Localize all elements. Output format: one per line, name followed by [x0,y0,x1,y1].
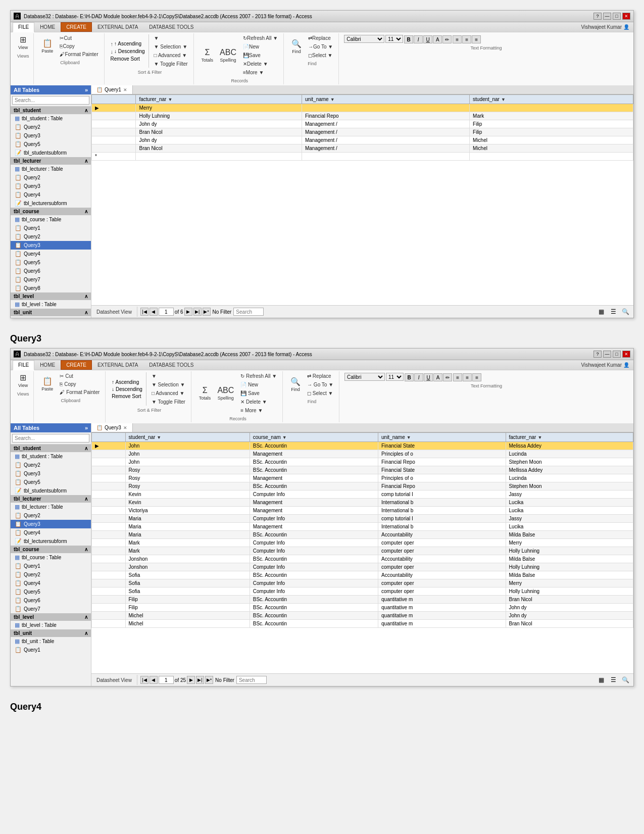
totals-btn[interactable]: Σ Totals [199,47,216,64]
table-row-q3-15[interactable]: Jonshon BSc. Accountin Accountability Mi… [92,555,633,563]
next-record-btn-2[interactable]: ▶ [187,676,195,684]
more-btn[interactable]: ≡ More ▼ [240,69,280,76]
prev-record-btn[interactable]: ◀ [150,308,158,316]
descending-btn-2[interactable]: ↓ Descending [111,386,143,393]
tab2-external[interactable]: EXTERNAL DATA [92,360,143,370]
first-record-btn-2[interactable]: |◀ [140,676,148,684]
query3-tab-close[interactable]: ✕ [123,425,127,430]
help-btn[interactable]: ? [593,13,602,20]
table-row-q3-7[interactable]: Kevin Computer Info comp tutorial I Jass… [92,490,633,499]
select-btn[interactable]: ◻ Select ▼ [306,52,335,59]
format-painter-btn-2[interactable]: 🖌 Format Painter [57,388,102,396]
minimize-btn-2[interactable]: — [603,351,611,358]
first-record-btn[interactable]: |◀ [140,308,148,316]
tab-create[interactable]: CREATE [61,22,92,32]
minimize-btn[interactable]: — [603,13,611,20]
table-row-q3-12[interactable]: Maria BSc. Accountin Accountability Mild… [92,531,633,539]
section-tbl-course-2[interactable]: tbl_course ∧ [11,546,91,553]
nav-chevron-2[interactable]: » [85,425,88,431]
table-row-q3-20[interactable]: Filip BSc. Accountin quantitative m Bran… [92,596,633,604]
align-right-btn-2[interactable]: ≡ [472,373,481,381]
nav-form-student[interactable]: 📝 tbl_studentsubform [11,149,91,157]
help-btn-2[interactable]: ? [593,351,602,358]
tab2-home[interactable]: HOME [34,360,61,370]
nav-query5-course[interactable]: 📋 Query5 [11,258,91,267]
section-tbl-lecturer-1[interactable]: tbl_lecturer ∧ [11,157,91,165]
prev-record-btn-2[interactable]: ◀ [150,676,158,684]
cut-btn-2[interactable]: ✂ Cut [57,372,102,380]
nav-query6-course[interactable]: 📋 Query6 [11,267,91,275]
col-header-unit-2[interactable]: unit_name▼ [378,433,506,442]
tab2-file[interactable]: FILE [13,360,34,370]
maximize-btn[interactable]: □ [613,13,621,20]
table-row-q3-16[interactable]: Jonshon Computer Info computer oper Holl… [92,563,633,571]
section-tbl-unit-2[interactable]: tbl_unit ∧ [11,629,91,637]
remove-sort-btn-2[interactable]: Remove Sort [111,393,143,400]
table-row[interactable]: ▶ Merry [92,104,633,112]
table-row-empty[interactable]: * [92,153,633,161]
nav2-query2-course[interactable]: 📋 Query2 [11,570,91,579]
zoom-icon[interactable]: 🔍 [620,307,630,317]
tab-external[interactable]: EXTERNAL DATA [92,22,143,32]
underline-btn[interactable]: U [423,35,432,43]
paste-btn[interactable]: 📋 Paste [39,38,56,55]
nav-query3-lecturer[interactable]: 📋 Query3 [11,182,91,190]
nav-query3-course-active[interactable]: 📋 Query3 [11,241,91,250]
font-select-2[interactable]: Calibri [344,373,385,381]
table-row-q3-2[interactable]: John Management Principles of o Lucinda [92,450,633,458]
nav2-query4-lecturer[interactable]: 📋 Query4 [11,528,91,537]
toggle-filter-btn-2[interactable]: ▼ Toggle Filter [149,398,188,406]
copy-btn[interactable]: ⎘ Copy [57,42,101,50]
nav-search-input-1[interactable] [12,96,89,105]
paste-btn-2[interactable]: 📋 Paste [39,376,56,393]
zoom-icon-2[interactable]: 🔍 [620,675,630,685]
select-btn-2[interactable]: ◻ Select ▼ [305,389,336,397]
totals-btn-2[interactable]: Σ Totals [196,385,214,402]
table-row-q3-22[interactable]: Michel BSc. Accountin quantitative m Joh… [92,612,633,620]
bold-btn-2[interactable]: B [405,373,414,381]
nav2-tbl-unit[interactable]: ▦ tbl_unit : Table [11,637,91,646]
table-row-q3-23[interactable]: Michel BSc. Accountin quantitative m Bra… [92,620,633,628]
nav-query2-course[interactable]: 📋 Query2 [11,232,91,241]
cut-btn[interactable]: ✂ Cut [57,34,101,42]
refresh-btn-2[interactable]: ↻ Refresh All ▼ [238,372,279,380]
find-btn[interactable]: 🔍 Find [289,38,304,56]
nav2-form-student[interactable]: 📝 tbl_studentsubform [11,486,91,495]
delete-btn[interactable]: ✕ Delete ▼ [240,60,280,68]
nav-query8-course[interactable]: 📋 Query8 [11,284,91,292]
view-icon-2[interactable]: ☰ [608,307,618,317]
nav2-query1-unit[interactable]: 📋 Query1 [11,646,91,654]
advanced-btn[interactable]: □ Advanced ▼ [152,52,190,59]
tab-home[interactable]: HOME [34,22,61,32]
tab2-create[interactable]: CREATE [61,360,92,370]
nav2-query5-course[interactable]: 📋 Query5 [11,587,91,596]
ascending-btn[interactable]: ↑ ↑ Ascending [110,40,146,47]
align-center-btn-2[interactable]: ≡ [463,373,472,381]
replace-btn[interactable]: ⇄ Replace [306,34,335,42]
table-row-q3-1[interactable]: ▶ John BSc. Accountin Financial State Me… [92,442,633,450]
section-tbl-course-1[interactable]: tbl_course ∧ [11,208,91,215]
col-header-student[interactable]: student_nar ▼ [470,95,633,104]
layout-icon-2[interactable]: ▦ [596,675,606,685]
table-row-q3-3[interactable]: John BSc. Accountin Financial Repo Steph… [92,458,633,466]
table-row-q3-9[interactable]: Victoriya Management International b Luc… [92,507,633,515]
view-icon-4[interactable]: ☰ [608,675,618,685]
nav-query1-course[interactable]: 📋 Query1 [11,224,91,232]
tab-file[interactable]: FILE [13,22,34,32]
query1-tab[interactable]: 📋 Query1 ✕ [91,85,133,94]
nav-query4-lecturer[interactable]: 📋 Query4 [11,190,91,199]
section-tbl-unit-1[interactable]: tbl_unit ∧ [11,309,91,316]
section-tbl-level-2[interactable]: tbl_level ∧ [11,613,91,621]
last-record-btn[interactable]: ▶| [193,308,202,316]
align-left-btn-2[interactable]: ≡ [453,373,462,381]
search-input-1[interactable] [233,308,264,316]
nav2-tbl-student[interactable]: ▦ tbl_student : Table [11,452,91,461]
spelling-btn[interactable]: ABC Spelling [217,47,239,64]
table-row-q3-6[interactable]: Rosy BSc. Accountin Financial Repo Steph… [92,482,633,490]
nav-query3-student[interactable]: 📋 Query3 [11,131,91,140]
selection-btn-2[interactable]: ▼ Selection ▼ [149,381,188,388]
bold-btn[interactable]: B [404,35,413,43]
filter-btn[interactable]: ▼ [152,34,190,42]
table-row-q3-13[interactable]: Mark Computer Info computer oper Merry [92,539,633,547]
italic-btn[interactable]: I [414,35,423,43]
